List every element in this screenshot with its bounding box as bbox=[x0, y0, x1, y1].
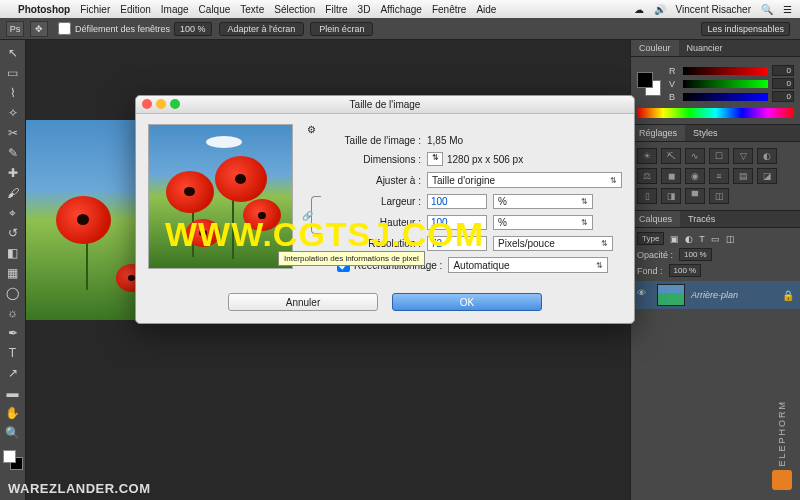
menu-affichage[interactable]: Affichage bbox=[380, 4, 422, 15]
resolution-unit-select[interactable]: Pixels/pouce bbox=[493, 236, 613, 251]
dimensions-unit-button[interactable]: ⇅ bbox=[427, 152, 443, 166]
zoom-tool-icon[interactable]: 🔍 bbox=[3, 424, 23, 442]
gradient-tool-icon[interactable]: ▦ bbox=[3, 264, 23, 282]
adj-poster-icon[interactable]: ▯ bbox=[637, 188, 657, 204]
fit-to-select[interactable]: Taille d'origine bbox=[427, 172, 622, 188]
pen-tool-icon[interactable]: ✒ bbox=[3, 324, 23, 342]
brush-tool-icon[interactable]: 🖌 bbox=[3, 184, 23, 202]
adj-levels-icon[interactable]: ⛏ bbox=[661, 148, 681, 164]
r-slider[interactable] bbox=[683, 67, 768, 75]
adj-vibrance-icon[interactable]: ▽ bbox=[733, 148, 753, 164]
tab-traces[interactable]: Tracés bbox=[680, 211, 723, 227]
v-value[interactable]: 0 bbox=[772, 78, 794, 89]
type-tool-icon[interactable]: T bbox=[3, 344, 23, 362]
adj-invert-icon[interactable]: ◪ bbox=[757, 168, 777, 184]
layer-name[interactable]: Arrière-plan bbox=[691, 290, 782, 300]
cloud-icon[interactable]: ☁ bbox=[634, 4, 644, 15]
adj-curves-icon[interactable]: ∿ bbox=[685, 148, 705, 164]
hue-strip[interactable] bbox=[637, 108, 794, 118]
menu-edition[interactable]: Edition bbox=[120, 4, 151, 15]
adj-brightness-icon[interactable]: ☀ bbox=[637, 148, 657, 164]
cancel-button[interactable]: Annuler bbox=[228, 293, 378, 311]
zoom-dropdown[interactable]: 100 % bbox=[174, 22, 212, 36]
eyedropper-tool-icon[interactable]: ✎ bbox=[3, 144, 23, 162]
menu-3d[interactable]: 3D bbox=[358, 4, 371, 15]
hand-tool-icon[interactable]: ✋ bbox=[3, 404, 23, 422]
menu-extras-icon[interactable]: ☰ bbox=[783, 4, 792, 15]
path-tool-icon[interactable]: ↗ bbox=[3, 364, 23, 382]
dialog-titlebar[interactable]: Taille de l'image bbox=[136, 96, 634, 114]
filter-smart-icon[interactable]: ◫ bbox=[726, 234, 735, 244]
menu-filtre[interactable]: Filtre bbox=[325, 4, 347, 15]
menu-selection[interactable]: Sélection bbox=[274, 4, 315, 15]
current-tool-icon[interactable]: ✥ bbox=[30, 21, 48, 37]
r-value[interactable]: 0 bbox=[772, 65, 794, 76]
height-unit-select[interactable]: % bbox=[493, 215, 593, 230]
filter-shape-icon[interactable]: ▭ bbox=[711, 234, 720, 244]
marquee-tool-icon[interactable]: ▭ bbox=[3, 64, 23, 82]
height-input[interactable] bbox=[427, 215, 487, 230]
link-dimensions-icon[interactable]: 🔗 bbox=[311, 196, 321, 234]
crop-tool-icon[interactable]: ✂ bbox=[3, 124, 23, 142]
dodge-tool-icon[interactable]: ☼ bbox=[3, 304, 23, 322]
layer-filter-dropdown[interactable]: Type bbox=[637, 232, 664, 245]
color-swatches[interactable] bbox=[3, 450, 23, 470]
adj-exposure-icon[interactable]: ☐ bbox=[709, 148, 729, 164]
user-name[interactable]: Vincent Risacher bbox=[676, 4, 751, 15]
workspace-dropdown[interactable]: Les indispensables bbox=[701, 22, 790, 36]
width-unit-select[interactable]: % bbox=[493, 194, 593, 209]
tab-couleur[interactable]: Couleur bbox=[631, 40, 679, 56]
v-slider[interactable] bbox=[683, 80, 768, 88]
full-screen-button[interactable]: Plein écran bbox=[310, 22, 373, 36]
resolution-input[interactable] bbox=[427, 236, 487, 251]
fit-screen-button[interactable]: Adapter à l'écran bbox=[219, 22, 305, 36]
opacity-value[interactable]: 100 % bbox=[679, 248, 712, 261]
tab-calques[interactable]: Calques bbox=[631, 211, 680, 227]
move-tool-icon[interactable]: ↖ bbox=[3, 44, 23, 62]
resample-select[interactable]: Automatique bbox=[448, 257, 608, 273]
layer-row[interactable]: 👁 Arrière-plan 🔒 bbox=[631, 281, 800, 309]
adj-gradient-icon[interactable]: ▀ bbox=[685, 188, 705, 204]
adj-threshold-icon[interactable]: ◨ bbox=[661, 188, 681, 204]
menu-aide[interactable]: Aide bbox=[476, 4, 496, 15]
adj-mixer-icon[interactable]: ≡ bbox=[709, 168, 729, 184]
fill-value[interactable]: 100 % bbox=[669, 264, 702, 277]
tab-reglages[interactable]: Réglages bbox=[631, 125, 685, 141]
menu-image[interactable]: Image bbox=[161, 4, 189, 15]
adj-lookup-icon[interactable]: ▤ bbox=[733, 168, 753, 184]
wand-tool-icon[interactable]: ✧ bbox=[3, 104, 23, 122]
close-icon[interactable] bbox=[142, 99, 152, 109]
menu-texte[interactable]: Texte bbox=[240, 4, 264, 15]
b-value[interactable]: 0 bbox=[772, 91, 794, 102]
foreground-color-swatch[interactable] bbox=[3, 450, 16, 463]
adj-hue-icon[interactable]: ◐ bbox=[757, 148, 777, 164]
zoom-window-icon[interactable] bbox=[170, 99, 180, 109]
filter-adj-icon[interactable]: ◐ bbox=[685, 234, 693, 244]
panel-color-swatches[interactable] bbox=[637, 72, 661, 96]
adj-photo-filter-icon[interactable]: ◉ bbox=[685, 168, 705, 184]
filter-pic-icon[interactable]: ▣ bbox=[670, 234, 679, 244]
ps-logo-icon[interactable]: Ps bbox=[6, 21, 24, 37]
adj-bw-icon[interactable]: ◼ bbox=[661, 168, 681, 184]
menu-fichier[interactable]: Fichier bbox=[80, 4, 110, 15]
ok-button[interactable]: OK bbox=[392, 293, 542, 311]
stamp-tool-icon[interactable]: ⌖ bbox=[3, 204, 23, 222]
adj-selective-icon[interactable]: ◫ bbox=[709, 188, 729, 204]
heal-tool-icon[interactable]: ✚ bbox=[3, 164, 23, 182]
adj-balance-icon[interactable]: ⚖ bbox=[637, 168, 657, 184]
filter-type-icon[interactable]: T bbox=[699, 234, 705, 244]
eraser-tool-icon[interactable]: ◧ bbox=[3, 244, 23, 262]
window-scroll-checkbox[interactable] bbox=[58, 22, 71, 35]
tab-nuancier[interactable]: Nuancier bbox=[679, 40, 731, 56]
spotlight-icon[interactable]: 🔍 bbox=[761, 4, 773, 15]
app-name[interactable]: Photoshop bbox=[18, 4, 70, 15]
minimize-icon[interactable] bbox=[156, 99, 166, 109]
dialog-settings-icon[interactable]: ⚙ bbox=[307, 124, 316, 135]
lasso-tool-icon[interactable]: ⌇ bbox=[3, 84, 23, 102]
b-slider[interactable] bbox=[683, 93, 768, 101]
volume-icon[interactable]: 🔊 bbox=[654, 4, 666, 15]
layer-visibility-icon[interactable]: 👁 bbox=[637, 288, 651, 302]
layer-lock-icon[interactable]: 🔒 bbox=[782, 290, 794, 301]
menu-calque[interactable]: Calque bbox=[199, 4, 231, 15]
layer-thumbnail[interactable] bbox=[657, 284, 685, 306]
